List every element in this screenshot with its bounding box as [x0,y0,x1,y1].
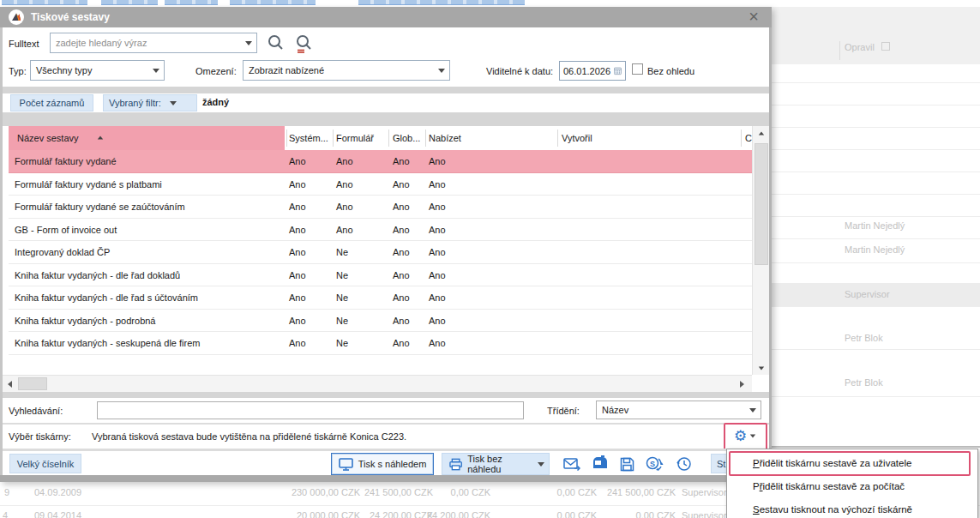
omezeni-label: Omezení: [195,66,237,76]
scrollbar-thumb[interactable] [755,143,768,265]
menu-text: P [753,481,760,491]
fulltext-combobox[interactable]: zadejte hledaný výraz [50,33,257,53]
print-no-preview-button[interactable]: Tisk bez náhledu [442,453,550,475]
cell-nabizet: Ano [429,179,446,190]
report-name: GB - Form of invoice out [15,225,117,235]
top-link-fragment[interactable] [2,0,87,5]
dialog-border-bottom[interactable] [0,475,772,482]
top-link-fragment[interactable] [165,0,218,5]
scroll-up-button[interactable] [753,126,770,140]
scroll-down-button[interactable] [753,361,770,375]
table-row[interactable]: Formulář faktury vydané Ano Ano Ano Ano [9,150,752,173]
report-name: Formulář faktury vydané s platbami [15,179,162,190]
top-link-fragment[interactable] [358,0,525,5]
record-count-button[interactable]: Počet záznamů [10,94,93,111]
menu-item-assign-printer-computer[interactable]: Přidělit tiskárnu sestavě za počítač [727,474,977,497]
vertical-scrollbar[interactable] [752,126,770,375]
selected-filter-dropdown[interactable]: Vybraný filtr: [103,94,197,111]
big-list-button[interactable]: Velký číselník [9,454,81,473]
menu-item-assign-printer-user[interactable]: Přidělit tiskárnu sestavě za uživatele [727,451,977,474]
table-row[interactable]: Kniha faktur vydaných - podrobná Ano Ne … [9,310,752,333]
chevron-down-icon[interactable] [749,408,756,413]
print-preview-label: Tisk s náhledem [358,459,427,469]
svg-text:S: S [650,459,655,467]
monitor-icon [339,458,353,471]
horizontal-scrollbar[interactable] [3,375,752,392]
cell-glob: Ano [393,202,410,212]
background-row-separator [772,172,980,172]
column-header-nabizet[interactable]: Nabízet [429,133,461,143]
dialog-border-right [769,27,772,475]
cell-nabizet: Ano [429,202,446,212]
top-link-fragment[interactable] [230,0,316,5]
money-logo-icon [9,9,24,25]
menu-item-print-default-printer[interactable]: Sestavu tisknout na výchozí tiskárně [727,497,977,518]
scroll-right-button[interactable] [735,376,749,392]
report-name: Kniha faktur vydaných - dle řad s účtová… [15,292,198,303]
scroll-left-button[interactable] [3,376,16,392]
typ-select[interactable]: Všechny typy [30,60,165,81]
column-header-nazev[interactable]: Název sestavy [9,126,285,150]
table-row[interactable]: Formulář faktury vydané se zaúčtováním A… [9,196,752,219]
background-column-header: Opravil [845,42,890,52]
print-preview-button[interactable]: Tisk s náhledem [331,453,434,475]
search-input[interactable] [97,401,524,419]
column-header-vytvoril[interactable]: Vytvořil [562,133,592,143]
table-row[interactable]: Kniha faktur vydaných - dle řad dokladů … [9,264,752,287]
table-row[interactable]: Integrovaný doklad ČP Ano Ne Ano Ano [9,241,752,264]
search-label: Vyhledávání: [9,406,63,416]
top-link-fragment[interactable] [101,0,158,5]
column-header-glob[interactable]: Glob... [393,133,420,143]
table-row[interactable]: Kniha faktur vydaných - dle řad s účtová… [9,286,752,310]
chevron-down-icon[interactable] [538,462,544,467]
separator-band [0,87,772,93]
fulltext-search-icon[interactable] [294,33,315,54]
search-icon[interactable] [267,33,286,52]
background-row-separator [772,349,980,350]
arrow-right-icon [740,381,744,388]
send-email-button[interactable] [562,454,582,474]
sort-select[interactable]: Název [596,401,761,419]
column-header-formular[interactable]: Formulář [336,133,374,143]
table-row[interactable]: Formulář faktury vydané s platbami Ano A… [9,173,752,196]
viditelne-label: Viditelné k datu: [486,66,553,76]
bez-ohledu-checkbox[interactable] [632,63,643,75]
background-row-separator [772,216,980,217]
table-row[interactable]: GB - Form of invoice out Ano Ano Ano Ano [9,219,752,242]
application-window: Opravil Martin Nejedlý Martin Nejedlý Su… [0,0,980,518]
arrow-down-icon [759,366,764,370]
cell-glob: Ano [393,156,410,166]
calendar-icon[interactable] [614,65,622,76]
export-button[interactable]: S [644,453,664,473]
background-cell-amount: 0,00 CZK [581,510,676,518]
sort-label: Třídění: [547,406,580,416]
close-button[interactable]: × [741,7,767,27]
column-header-system[interactable]: Systém... [289,133,328,143]
cell-formular: Ne [336,316,348,326]
cell-glob: Ano [393,316,410,326]
chevron-down-icon[interactable] [438,69,445,73]
background-cell-number: 4 [3,510,8,518]
save-button[interactable] [616,454,637,474]
history-button[interactable] [673,454,694,474]
background-row-separator [772,306,980,307]
dialog-border-left [0,27,3,475]
table-row[interactable]: Kniha faktur vydaných - seskupená dle fi… [9,332,752,355]
background-cell-amount: 24 200,00 CZK [396,510,490,518]
scrollbar-thumb[interactable] [18,377,47,390]
date-field[interactable]: 06.01.2026 [559,61,626,81]
chevron-down-icon[interactable] [245,41,252,45]
sort-asc-icon [98,136,103,140]
dialog-title: Tiskové sestavy [31,11,110,23]
dialog-titlebar: Tiskové sestavy × [0,7,772,27]
omezeni-select[interactable]: Zobrazit nabízené [243,60,450,81]
chevron-down-icon[interactable] [170,101,177,105]
printer-context-menu: Přidělit tiskárnu sestavě za uživatele P… [726,449,978,518]
column-header-partial[interactable]: C [745,133,752,143]
mailbox-button[interactable] [589,453,610,473]
column-header-label: Název sestavy [17,133,79,143]
chevron-down-icon[interactable] [153,69,159,73]
printer-label: Výběr tiskárny: [9,431,71,442]
annotation-box-menu-item [729,451,971,476]
background-cell-number: 9 [4,487,9,497]
